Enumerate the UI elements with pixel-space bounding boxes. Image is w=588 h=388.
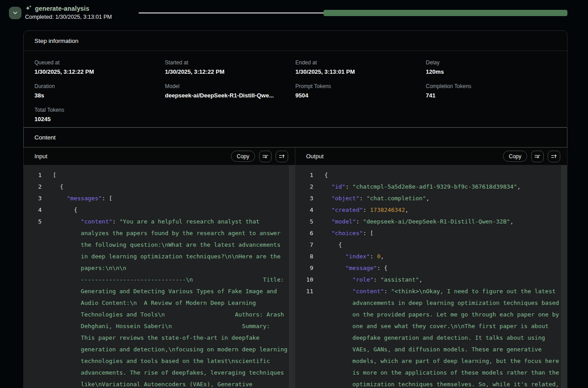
timeline-track [139, 13, 324, 13]
token-s: "You are a helpful research analyst that… [81, 218, 288, 388]
line-number: 11 [295, 286, 313, 388]
code-line: 2{ [24, 181, 295, 193]
token-p: : [ [363, 230, 373, 236]
token-s: "chat.completion" [366, 195, 426, 202]
line-number: 4 [24, 204, 42, 216]
timeline-span-bar[interactable] [324, 10, 567, 16]
copy-button[interactable]: Copy [503, 151, 527, 162]
input-panel: Input Copy 1[2{3"messages": [4{5"content… [24, 148, 295, 388]
token-p: , [419, 276, 422, 283]
field-duration: Duration 38s [34, 83, 165, 99]
field-model: Model deepseek-ai/DeepSeek-R1-Distill-Qw… [165, 83, 296, 99]
token-k: "created" [332, 207, 363, 213]
input-output-row: Input Copy 1[2{3"messages": [4{5"content… [23, 148, 567, 388]
field-total-tokens: Total Tokens 10245 [34, 107, 165, 122]
token-s: "<think>\nOkay, I need to figure out the… [353, 288, 559, 388]
output-code-viewer[interactable]: 1{2"id": "chatcmpl-5a5d2e8e-adf1-9329-bf… [295, 165, 567, 388]
field-ended-at: Ended at 1/30/2025, 3:13:01 PM [295, 59, 426, 75]
line-number: 3 [295, 193, 313, 204]
page-title: generate-analysis [35, 5, 89, 12]
content-section-header[interactable]: Content [23, 127, 567, 148]
code-line-content: "object": "chat.completion", [313, 193, 430, 204]
line-number: 1 [24, 169, 42, 181]
input-code-viewer[interactable]: 1[2{3"messages": [4{5"content": "You are… [24, 165, 295, 388]
collapse-step-button[interactable] [9, 7, 21, 19]
line-number: 2 [295, 181, 313, 193]
code-line-content: { [313, 239, 342, 251]
token-p: : { [377, 265, 387, 271]
token-p: [ [53, 172, 56, 178]
step-information-panel: Step information Queued at 1/30/2025, 3:… [23, 30, 567, 127]
output-panel: Output Copy 1{2"id": "chatcmpl-5a5d2e8e-… [295, 148, 567, 388]
panel-title: Input [34, 153, 227, 160]
token-p: , [510, 218, 514, 225]
code-line-content: "choices": [ [313, 228, 374, 239]
token-p: { [74, 207, 77, 213]
code-line-content: "message": { [313, 262, 388, 274]
line-number: 2 [24, 181, 42, 193]
code-line: 3"messages": [ [24, 193, 295, 204]
token-k: "content" [353, 288, 384, 295]
line-number: 3 [24, 193, 42, 204]
token-p: , [380, 253, 384, 260]
code-line-content: "model": "deepseek-ai/DeepSeek-R1-Distil… [313, 216, 514, 228]
token-s: "assistant" [380, 276, 419, 283]
trace-header: generate-analysis Completed: 1/30/2025, … [0, 0, 588, 27]
copy-button[interactable]: Copy [231, 151, 255, 162]
token-k: "model" [332, 218, 356, 225]
wrap-text-button[interactable] [259, 151, 272, 162]
token-p: : [112, 218, 119, 225]
scroll-top-button[interactable] [276, 151, 288, 162]
code-line-content: "messages": [ [42, 193, 112, 204]
token-p: { [60, 183, 64, 190]
token-s: "deepseek-ai/DeepSeek-R1-Distill-Qwen-32… [363, 218, 510, 225]
code-line: 5"model": "deepseek-ai/DeepSeek-R1-Disti… [295, 216, 567, 228]
code-line-content: "content": "<think>\nOkay, I need to fig… [313, 286, 559, 388]
token-k: "role" [353, 276, 374, 283]
code-line-content: { [313, 169, 328, 181]
token-p: : [ [102, 195, 112, 202]
token-p: , [426, 195, 430, 202]
output-code-lines: 1{2"id": "chatcmpl-5a5d2e8e-adf1-9329-bf… [295, 169, 567, 388]
code-line: 5"content": "You are a helpful research … [24, 216, 295, 388]
line-number: 9 [295, 262, 313, 274]
token-k: "message" [345, 265, 377, 271]
panel-title: Output [306, 153, 499, 160]
token-n: 1738246342 [370, 207, 405, 213]
code-line: 7{ [295, 239, 567, 251]
line-number: 7 [295, 239, 313, 251]
step-fields-grid: Queued at 1/30/2025, 3:12:22 PM Started … [24, 51, 567, 122]
field-queued-at: Queued at 1/30/2025, 3:12:22 PM [34, 59, 165, 75]
token-k: "object" [332, 195, 360, 202]
token-k: "id" [332, 183, 345, 190]
output-panel-header: Output Copy [295, 148, 567, 165]
output-scrollbar[interactable] [561, 165, 567, 388]
line-number: 5 [24, 216, 42, 388]
token-p: : [345, 183, 353, 190]
sparkles-icon [25, 5, 32, 12]
wrap-text-icon [262, 153, 269, 160]
input-scrollbar[interactable] [289, 165, 295, 388]
token-p: { [324, 172, 328, 178]
code-line-content: { [42, 204, 77, 216]
token-k: "index" [345, 253, 370, 260]
code-line: 4"created": 1738246342, [295, 204, 567, 216]
line-number: 10 [295, 274, 313, 286]
field-started-at: Started at 1/30/2025, 3:12:22 PM [165, 59, 296, 75]
code-line-content: [ [42, 169, 56, 181]
input-panel-header: Input Copy [24, 148, 295, 165]
scroll-top-icon [550, 153, 558, 160]
line-number: 5 [295, 216, 313, 228]
token-p: : [359, 195, 366, 202]
code-line: 9"message": { [295, 262, 567, 274]
token-p: : [370, 253, 377, 260]
token-k: "choices" [332, 230, 363, 236]
code-line: 2"id": "chatcmpl-5a5d2e8e-adf1-9329-bf9c… [295, 181, 567, 193]
scroll-top-button[interactable] [548, 151, 560, 162]
line-number: 1 [295, 169, 313, 181]
code-line: 1{ [295, 169, 567, 181]
code-line-content: "created": 1738246342, [313, 204, 409, 216]
code-line-content: "role": "assistant", [313, 274, 422, 286]
code-line: 10"role": "assistant", [295, 274, 567, 286]
wrap-text-button[interactable] [531, 151, 544, 162]
